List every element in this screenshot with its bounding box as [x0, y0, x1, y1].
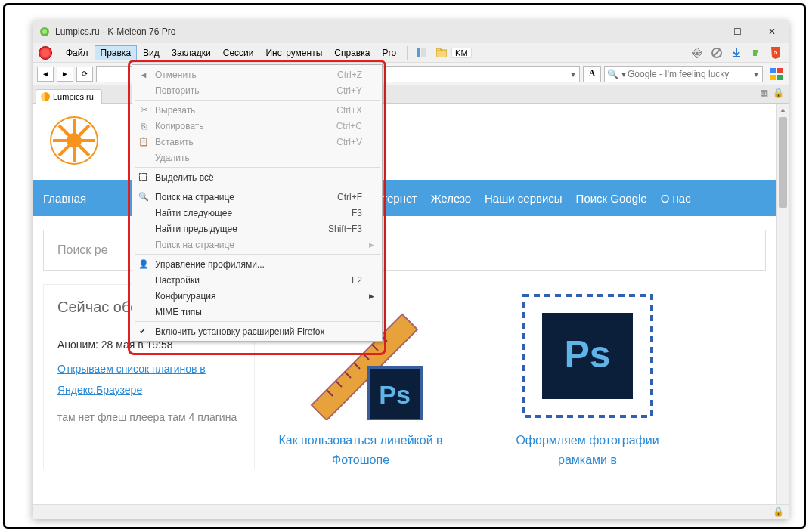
titlebar: Lumpics.ru - K-Meleon 76 Pro ─ ☐ ✕ [33, 20, 789, 43]
svg-text:5: 5 [774, 49, 778, 56]
menu-find[interactable]: 🔍Поиск на страницеCtrl+F [134, 189, 380, 205]
svg-rect-12 [770, 68, 776, 73]
menu-paste[interactable]: 📋ВставитьCtrl+V [134, 134, 380, 150]
svg-rect-13 [777, 68, 783, 73]
adblock-icon[interactable]: ABP [690, 46, 704, 60]
menu-firefox-ext[interactable]: ✔Включить установку расширений Firefox [134, 323, 380, 339]
google-icon[interactable] [769, 66, 784, 82]
status-lock-icon: 🔒 [773, 506, 784, 517]
menu-find-page-sub[interactable]: Поиск на странице▶ [134, 237, 380, 252]
lock-icon[interactable]: 🔒 [773, 88, 784, 98]
address-dropdown[interactable]: ▾ [566, 69, 579, 79]
search-input[interactable] [628, 66, 749, 82]
nav-hardware[interactable]: Железо [431, 192, 471, 205]
menu-tools[interactable]: Инструменты [259, 45, 328, 60]
menu-delete[interactable]: Удалить [134, 150, 380, 165]
km-label[interactable]: KM [451, 48, 472, 58]
menu-pro[interactable]: Pro [376, 45, 402, 60]
minimize-button[interactable]: ─ [687, 20, 721, 43]
forward-button[interactable]: ► [57, 66, 73, 82]
tab-lumpics[interactable]: Lumpics.ru [36, 89, 102, 104]
font-button[interactable]: A [583, 66, 601, 82]
site-search-placeholder: Поиск ре [57, 243, 108, 257]
menu-edit[interactable]: Правка [95, 45, 138, 60]
block-icon[interactable] [710, 46, 724, 60]
search-dropdown[interactable]: ▾ [749, 69, 762, 79]
favicon [41, 92, 50, 101]
scroll-up-button[interactable]: ▲ [777, 104, 789, 116]
svg-text:Ps: Ps [379, 380, 411, 409]
menu-file[interactable]: Файл [60, 45, 95, 60]
menu-settings[interactable]: НастройкиF2 [134, 272, 380, 288]
menu-redo[interactable]: ПовторитьCtrl+Y [134, 82, 380, 98]
menu-config[interactable]: Конфигурация▶ [134, 288, 380, 304]
article-caption[interactable]: Как пользоваться линейкой в Фотошопе [270, 431, 451, 469]
menu-sessions[interactable]: Сессии [217, 45, 260, 60]
site-logo [48, 114, 101, 167]
svg-rect-5 [436, 48, 441, 51]
nav-home[interactable]: Главная [43, 192, 86, 205]
menu-find-prev[interactable]: Найти предыдущееShift+F3 [134, 221, 380, 237]
search-bar[interactable]: 🔍 ▾ ▾ [604, 66, 763, 82]
menubar: Файл Правка Вид Закладки Сессии Инструме… [33, 43, 789, 63]
svg-rect-3 [421, 48, 426, 57]
vertical-scrollbar[interactable]: ▲ ▼ [776, 104, 789, 519]
menu-select-all[interactable]: Выделить всё [134, 169, 380, 185]
svg-text:ABP: ABP [693, 51, 702, 56]
menu-profiles[interactable]: 👤Управление профилями... [134, 256, 380, 272]
app-icon [39, 26, 51, 38]
html5-icon[interactable]: 5 [769, 46, 783, 60]
close-button[interactable]: ✕ [755, 20, 789, 43]
nav-gsearch[interactable]: Поиск Google [576, 192, 647, 205]
nav-about[interactable]: О нас [661, 192, 691, 205]
back-button[interactable]: ◄ [37, 66, 54, 82]
menu-help[interactable]: Справка [328, 45, 376, 60]
status-bar: 🔒 [33, 504, 789, 519]
tab-label: Lumpics.ru [53, 92, 94, 101]
reload-button[interactable]: ⟳ [76, 66, 93, 82]
svg-text:Ps: Ps [564, 333, 610, 376]
comment-link[interactable]: Открываем список плагинов в Яндекс.Брауз… [57, 358, 240, 401]
frame-thumb-icon: Ps [516, 292, 659, 420]
svg-rect-15 [777, 75, 783, 80]
svg-rect-2 [417, 48, 420, 57]
svg-rect-10 [733, 56, 740, 57]
article-caption[interactable]: Оформляем фотографии рамками в [497, 431, 678, 469]
comment-text: там нет флеш плеера там 4 плагина [57, 407, 240, 428]
menu-view[interactable]: Вид [137, 45, 166, 60]
edit-menu-dropdown: ◄ОтменитьCtrl+Z ПовторитьCtrl+Y ✂Вырезат… [132, 64, 383, 342]
download-icon[interactable] [730, 46, 743, 60]
folder-icon[interactable] [435, 46, 448, 60]
maximize-button[interactable]: ☐ [721, 20, 755, 43]
extensions-icon[interactable] [749, 46, 763, 60]
tab-list-icon[interactable]: ▦ [760, 88, 768, 98]
menu-find-next[interactable]: Найти следующееF3 [134, 205, 380, 221]
menu-copy[interactable]: ⎘КопироватьCtrl+C [134, 118, 380, 134]
menu-bookmarks[interactable]: Закладки [166, 45, 217, 60]
menu-cut[interactable]: ✂ВырезатьCtrl+X [134, 102, 380, 118]
window-title: Lumpics.ru - K-Meleon 76 Pro [55, 26, 175, 37]
search-icon: 🔍 [605, 69, 620, 79]
svg-rect-14 [770, 75, 776, 80]
nav-services[interactable]: Наши сервисы [485, 192, 563, 205]
menu-mime[interactable]: MIME типы [134, 304, 380, 320]
svg-point-1 [42, 29, 47, 34]
article-frame[interactable]: Ps Оформляем фотографии рамками в [497, 292, 678, 469]
svg-line-9 [714, 50, 720, 56]
scroll-thumb[interactable] [779, 117, 787, 208]
sidebar-toggle-icon[interactable] [415, 46, 429, 60]
stop-button[interactable] [39, 46, 52, 60]
menu-undo[interactable]: ◄ОтменитьCtrl+Z [134, 66, 380, 82]
